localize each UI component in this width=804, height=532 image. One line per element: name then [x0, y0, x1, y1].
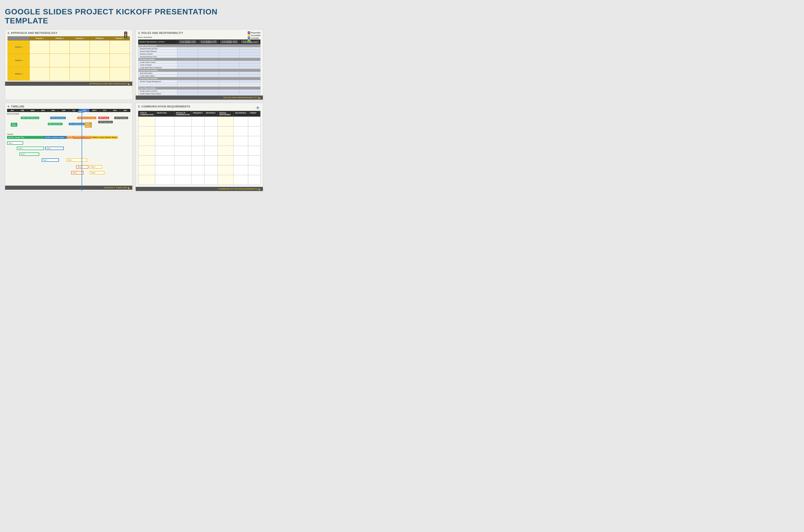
plane-icon: ✈	[256, 105, 260, 111]
slides-grid: 2. APPROACH AND METHODOLOGY 🚦 PHASE 1 PH…	[5, 29, 263, 191]
phase-bar-4: PHASE 4: Launch / Monitor / Revise	[91, 136, 118, 139]
milestone-launch: 10/22: Launch	[98, 117, 109, 119]
col-recipients: RECIPIENTS	[204, 111, 218, 117]
slide4-header: 5. COMMUNICATION REQUIREMENTS	[136, 103, 263, 109]
milestone-design-kickoff: 05/08: Design Kickoff	[50, 117, 66, 119]
milestone-kickoff: 01/16:Kickoff	[11, 123, 17, 127]
month-mar: MAR	[28, 109, 38, 112]
activity-row: Create Project Closure Report	[138, 92, 260, 95]
activity-row: Create Status Report	[138, 75, 260, 77]
comm-row-2	[138, 127, 260, 136]
raci-matrix-label: RACI MATRIX	[136, 35, 263, 39]
legend-r: R Responsible	[248, 32, 260, 34]
communication-table: TYPE OF COMMUNICATION OBJECTIVES METHOD …	[138, 111, 260, 185]
slide4-footer: COMMUNICATION REQUIREMENTS	[136, 187, 263, 191]
milestone-final-report: 12/19: Final Report	[114, 117, 128, 119]
page-title: GOOGLE SLIDES PROJECT KICKOFF PRESENTATI…	[5, 5, 263, 29]
slide3-footer: PROJECT TIMELINE	[5, 186, 132, 190]
tasks-label: TASKS	[7, 133, 130, 135]
milestones-label: MILESTONES	[7, 113, 130, 115]
task-1-p4: Task 1	[90, 165, 102, 169]
slide-communication: 5. COMMUNICATION REQUIREMENTS ✈ TYPE OF …	[135, 103, 263, 191]
task-2-p3: Task 2	[76, 165, 89, 169]
activity-row: Create Schedule	[138, 63, 260, 66]
topic1-label: TOPIC 1	[8, 40, 30, 54]
slide3-header: 4. TIMELINE	[5, 103, 132, 109]
milestone-training: 09/19:TrainingBegins	[85, 122, 92, 128]
traffic-icon: 🚦	[122, 32, 129, 38]
slide-roles: 3. ROLES AND RESPONSIBILITY R Responsibl…	[135, 29, 263, 100]
slide1-header: 2. APPROACH AND METHODOLOGY	[5, 30, 132, 35]
col-method: METHOD OF COMMUNICATION	[174, 111, 191, 117]
slide2-header: 3. ROLES AND RESPONSIBILITY	[136, 30, 263, 35]
raci-legend: R Responsible A Accountable C Consulted …	[248, 32, 260, 42]
col-frequency: FREQUENCY	[191, 111, 204, 117]
slide-timeline: 4. TIMELINE JAN FEB MAR APR MAY JUN JUL …	[5, 103, 133, 191]
milestone-finalize-design: 07/11: Finalize Design	[69, 123, 85, 125]
approach-table: PHASE 1 PHASE 2 PHASE 3 PHASE 4 PHASE 5 …	[7, 36, 130, 81]
task-1-p3: Task 1	[66, 158, 87, 162]
section-initiate: Initiate Phase Activities	[138, 44, 260, 47]
month-may: MAY	[48, 109, 58, 112]
month-jun: JUN	[58, 109, 69, 112]
month-dec: DEC	[120, 109, 130, 112]
activity-row: Develop Business Case	[138, 55, 260, 58]
topic3-label: TOPIC 3	[8, 67, 30, 81]
slide2-footer: ROLES AND RESPONSIBILITY	[136, 95, 263, 100]
month-jan: JAN	[7, 109, 17, 112]
activity-row: Create Project Charter	[138, 61, 260, 63]
comm-row-7	[138, 175, 260, 185]
task-1-p1: Task 1	[7, 141, 23, 145]
section-plan: Plan Phase Activities	[138, 58, 260, 61]
milestone-monitor: 10/23: Monitor Start	[98, 121, 113, 123]
month-sep: SEPT	[89, 109, 100, 112]
col-deliverable: DELIVERABLE	[233, 111, 248, 117]
section-execute: Execute Phase Activities	[138, 69, 260, 72]
task-2-p2: Task 2	[42, 158, 59, 162]
legend-a: A Accountable	[248, 34, 260, 37]
today-line: TODAY	[81, 111, 82, 191]
activity-row: Request Review by PMO	[138, 47, 260, 50]
activity-row: Perform Change Management	[138, 80, 260, 83]
task-3-p1: Task 3	[19, 152, 39, 156]
section-control: Control Phase Activities	[138, 77, 260, 80]
activity-row: Research Solution	[138, 53, 260, 55]
task-2-p4: Task 2	[90, 171, 105, 174]
topic2-label: TOPIC 2	[8, 54, 30, 67]
col-type: TYPE OF COMMUNICATION	[138, 111, 155, 117]
milestone-beta: 08/28: Beta Testing Begins	[77, 117, 96, 119]
activity-row: Submit Project Request	[138, 50, 260, 53]
month-nov: NOV	[110, 109, 120, 112]
legend-c: C Consulted	[248, 37, 260, 39]
legend-i: I Informed	[248, 39, 260, 42]
comm-row-4	[138, 146, 260, 156]
section-close: Close Phase Activities	[138, 87, 260, 90]
comm-row-5	[138, 156, 260, 165]
timeline-months: JAN FEB MAR APR MAY JUN JUL AUG SEPT OCT…	[7, 109, 130, 112]
raci-table: PROJECT DELIVERABLE / ACTIVITY [ TEAM ME…	[138, 39, 260, 95]
activity-row: Create Lessons Learned	[138, 90, 260, 92]
task-2-p1: Task 2	[17, 147, 44, 150]
activity-row: Create Add'l Plans as Required	[138, 66, 260, 69]
month-feb: FEB	[17, 109, 27, 112]
comm-row-1	[138, 117, 260, 127]
activity-row: Build Deliverables	[138, 72, 260, 75]
milestone-wireframes: 02/20: Finalize Wireframes	[21, 117, 39, 119]
today-badge: TODAY	[78, 111, 84, 113]
comm-row-6	[138, 165, 260, 175]
task-1-p2: Task 1	[45, 147, 64, 150]
milestone-finalize-plans: 05/05: Finalize Plans	[48, 123, 63, 125]
col-objectives: OBJECTIVES	[155, 111, 174, 117]
month-oct: OCT	[100, 109, 110, 112]
month-apr: APR	[38, 109, 48, 112]
slide-approach: 2. APPROACH AND METHODOLOGY 🚦 PHASE 1 PH…	[5, 29, 133, 100]
comm-row-3	[138, 136, 260, 146]
slide1-footer: APPROACH AND METHODOLOGY	[5, 82, 132, 86]
col-responsible: PERSON RESPONSIBLE	[218, 111, 233, 117]
col-format: FORMAT	[248, 111, 260, 117]
